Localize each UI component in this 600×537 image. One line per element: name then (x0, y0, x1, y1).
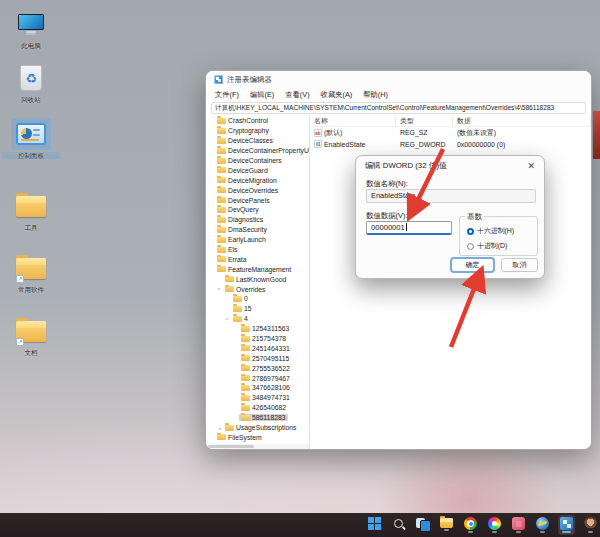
tree-item-2786979467[interactable]: 2786979467 (206, 373, 309, 383)
taskbar-icon-list (366, 515, 599, 535)
tree-item-Errata[interactable]: Errata (206, 254, 309, 264)
taskbar-start-button[interactable] (366, 515, 383, 535)
tree-item-FileSystem[interactable]: FileSystem (206, 433, 309, 443)
column-header-name[interactable]: 名称 (310, 115, 396, 126)
close-icon[interactable]: ✕ (527, 161, 535, 171)
taskbar-chrome-button[interactable] (462, 515, 479, 535)
tree-item-DmaSecurity[interactable]: DmaSecurity (206, 225, 309, 235)
tree-item-DevQuery[interactable]: DevQuery (206, 205, 309, 215)
tree-item-DeviceOverrides[interactable]: DeviceOverrides (206, 185, 309, 195)
key-folder-icon (217, 247, 226, 253)
tree-item-Diagnostics[interactable]: Diagnostics (206, 215, 309, 225)
tree-item-label: Els (228, 246, 237, 253)
ok-button[interactable]: 确定 (451, 258, 494, 272)
folder-software-icon: ↗ (11, 252, 51, 284)
tree-node: 3484974731 (239, 394, 292, 401)
desktop-icon-this-pc[interactable]: 此电脑 (2, 8, 60, 49)
key-folder-icon (241, 326, 250, 332)
taskbar-user-app-button[interactable] (582, 515, 599, 535)
menu-favorites[interactable]: 收藏夹(A) (321, 90, 353, 100)
radio-hexadecimal[interactable]: 十六进制(H) (467, 226, 514, 236)
window-titlebar[interactable]: 注册表编辑器 (206, 71, 591, 88)
key-folder-icon (241, 355, 250, 361)
pink-app-icon (512, 517, 525, 530)
value-data-input[interactable]: 00000001 (366, 221, 452, 235)
tree-node: DevicePanels (215, 197, 272, 204)
tree-item-DeviceContainers[interactable]: DeviceContainers (206, 156, 309, 166)
radio-selected-icon[interactable] (467, 228, 474, 235)
tree-item-UsageSubscriptions[interactable]: ›UsageSubscriptions (206, 423, 309, 433)
tree-item-0[interactable]: 0 (206, 294, 309, 304)
value-row-EnabledState[interactable]: 01EnabledStateREG_DWORD0x00000000 (0) (310, 139, 591, 151)
tree-item-DeviceMigration[interactable]: DeviceMigration (206, 175, 309, 185)
tree-node: 2755536522 (239, 365, 292, 372)
tree-item-1254311563[interactable]: 1254311563 (206, 324, 309, 334)
desktop-icon-folder-software[interactable]: ↗常用软件 (2, 252, 60, 293)
taskbar-task-view-button[interactable] (414, 515, 431, 535)
tree-horizontal-scrollbar[interactable] (206, 444, 309, 449)
tree-node: 1254311563 (239, 325, 291, 332)
taskbar-registry-editor-button[interactable] (558, 515, 575, 535)
tree-item-label: 2755536522 (252, 365, 290, 372)
tree-item-15[interactable]: 15 (206, 304, 309, 314)
menu-edit[interactable]: 编辑(E) (250, 90, 274, 100)
tree-item-DeviceGuard[interactable]: DeviceGuard (206, 165, 309, 175)
menu-help[interactable]: 帮助(H) (363, 90, 388, 100)
tree-item-426540682[interactable]: 426540682 (206, 403, 309, 413)
tree-item-2755536522[interactable]: 2755536522 (206, 363, 309, 373)
taskbar-search-button[interactable] (390, 515, 407, 535)
tree-item-586118283[interactable]: 586118283 (206, 413, 309, 423)
value-name-field[interactable]: EnabledState (366, 189, 536, 203)
control-panel-icon (11, 118, 51, 150)
desktop: 此电脑♻回收站控制面板工具↗常用软件↗文档 注册表编辑器 文件(F) 编辑(E)… (0, 0, 600, 537)
tree-item-DeviceClasses[interactable]: DeviceClasses (206, 136, 309, 146)
menu-view[interactable]: 查看(V) (285, 90, 309, 100)
taskbar-color-wheel-app-button[interactable] (486, 515, 503, 535)
file-explorer-icon (440, 518, 453, 528)
tree-item-DeviceContainerPropertyUpda[interactable]: DeviceContainerPropertyUpda (206, 146, 309, 156)
menu-file[interactable]: 文件(F) (215, 90, 239, 100)
desktop-icon-folder-docs[interactable]: ↗文档 (2, 315, 60, 356)
tree-item-FeatureManagement[interactable]: FeatureManagement (206, 264, 309, 274)
tree-item-Els[interactable]: Els (206, 245, 309, 255)
chevron-open-icon[interactable]: › (225, 316, 231, 322)
key-folder-icon (241, 395, 250, 401)
taskbar-file-explorer-button[interactable] (438, 515, 455, 535)
value-data-cell: 0x00000000 (0) (453, 141, 591, 148)
tree-item-label: 3476628106 (252, 384, 290, 391)
tree-item-2570495115[interactable]: 2570495115 (206, 353, 309, 363)
tree-item-Overrides[interactable]: ›Overrides (206, 284, 309, 294)
tree-item-label: 0 (244, 295, 248, 302)
tree-item-label: 2451464331 (252, 345, 290, 352)
address-input[interactable]: 计算机\HKEY_LOCAL_MACHINE\SYSTEM\CurrentCon… (211, 102, 586, 114)
cutoff-red-annotation (593, 111, 600, 159)
chevron-open-icon[interactable]: › (217, 286, 223, 292)
column-header-type[interactable]: 类型 (396, 115, 453, 126)
taskbar-pink-app-button[interactable] (510, 515, 527, 535)
scrollbar-thumb[interactable] (208, 445, 254, 448)
desktop-icon-folder-tools[interactable]: 工具 (2, 190, 60, 231)
tree-item-DevicePanels[interactable]: DevicePanels (206, 195, 309, 205)
tree-item-4[interactable]: ›4 (206, 314, 309, 324)
tree-item-LastKnownGood[interactable]: LastKnownGood (206, 274, 309, 284)
cancel-button[interactable]: 取消 (501, 258, 538, 272)
desktop-icon-label: 控制面板 (2, 152, 60, 159)
tree-item-3476628106[interactable]: 3476628106 (206, 383, 309, 393)
desktop-icon-recycle-bin[interactable]: ♻回收站 (2, 62, 60, 103)
column-header-data[interactable]: 数据 (453, 115, 591, 126)
tree-item-215754378[interactable]: 215754378 (206, 334, 309, 344)
tree-item-label: 15 (244, 305, 252, 312)
key-folder-icon (233, 306, 242, 312)
desktop-icon-control-panel[interactable]: 控制面板 (2, 118, 60, 159)
tree-item-label: LastKnownGood (236, 276, 286, 283)
value-row-(默认)[interactable]: ab(默认)REG_SZ(数值未设置) (310, 127, 591, 139)
edit-dword-dialog: 编辑 DWORD (32 位)值 ✕ 数值名称(N): EnabledState… (355, 155, 545, 279)
tree-item-CrashControl[interactable]: CrashControl (206, 116, 309, 126)
tree-item-EarlyLaunch[interactable]: EarlyLaunch (206, 235, 309, 245)
taskbar-globe-app-button[interactable] (534, 515, 551, 535)
radio-unselected-icon[interactable] (467, 243, 474, 250)
radio-decimal[interactable]: 十进制(D) (467, 241, 507, 251)
tree-item-2451464331[interactable]: 2451464331 (206, 343, 309, 353)
tree-item-Cryptography[interactable]: Cryptography (206, 126, 309, 136)
tree-item-3484974731[interactable]: 3484974731 (206, 393, 309, 403)
